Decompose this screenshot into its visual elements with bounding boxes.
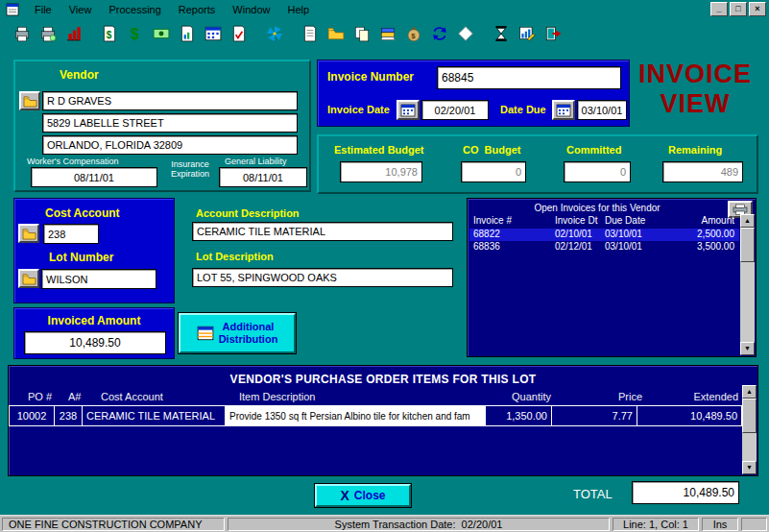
svg-text:$: $ <box>411 32 416 40</box>
general-liability-label: General Liability <box>225 157 287 166</box>
scroll-down-icon[interactable]: ▼ <box>742 461 757 474</box>
scroll-down-icon[interactable]: ▼ <box>740 342 755 355</box>
po-items-title: VENDOR'S PURCHASE ORDER ITEMS FOR THIS L… <box>9 373 757 386</box>
date-due-calendar-button[interactable] <box>552 100 575 120</box>
menu-reports[interactable]: Reports <box>170 2 225 17</box>
cell-due-date: 03/10/01 <box>605 241 642 252</box>
document-check-icon[interactable] <box>227 21 251 45</box>
column-po-number: PO # <box>28 391 52 402</box>
po-item-row[interactable]: 10002 238 CERAMIC TILE MATERIAL Provide … <box>10 405 742 426</box>
cost-account-field[interactable]: 238 <box>43 224 99 244</box>
minimize-button[interactable]: _ <box>710 2 728 16</box>
scroll-thumb[interactable] <box>740 228 755 262</box>
lot-description-label: Lot Description <box>196 251 274 262</box>
vendor-browse-button[interactable] <box>19 91 40 110</box>
invoice-number-field[interactable]: 68845 <box>437 66 621 89</box>
cost-account-browse-button[interactable] <box>18 224 39 243</box>
cost-account-panel: Cost Account 238 Lot Number WILSON <box>13 198 175 303</box>
status-resize-grip <box>741 518 767 531</box>
invoice-date-field[interactable]: 02/20/01 <box>421 100 489 120</box>
menu-window[interactable]: Window <box>224 2 278 17</box>
column-item-description: Item Description <box>239 391 315 402</box>
diamond-icon[interactable] <box>453 21 477 45</box>
lot-number-browse-button[interactable] <box>18 269 39 288</box>
document-icon[interactable] <box>298 21 322 45</box>
estimated-budget-label: Estimated Budget <box>334 144 424 156</box>
menu-view[interactable]: View <box>60 2 101 17</box>
menu-file[interactable]: File <box>26 2 60 17</box>
budget-report-icon[interactable] <box>175 21 199 45</box>
scroll-thumb[interactable] <box>742 399 757 433</box>
toolbar: $ $ $ <box>0 20 769 46</box>
system-menu-icon[interactable] <box>5 3 21 17</box>
dollar-icon[interactable]: $ <box>123 21 147 45</box>
folder-icon <box>22 228 36 240</box>
cell-price: 7.77 <box>551 405 637 426</box>
invoice-panel: Invoice Number 68845 Invoice Date 02/20/… <box>317 60 630 127</box>
page-title-line2: VIEW <box>630 89 760 119</box>
copy-icon[interactable] <box>349 21 373 45</box>
open-invoices-panel: Open Invoices for this Vendor Invoice # … <box>467 198 757 357</box>
vendor-name-field[interactable]: R D GRAVES <box>42 91 298 110</box>
invoiced-amount-field[interactable]: 10,489.50 <box>24 331 166 354</box>
window-controls: _ □ × <box>710 2 766 16</box>
money-icon[interactable] <box>149 21 173 45</box>
svg-text:$: $ <box>106 29 111 39</box>
open-invoice-row[interactable]: 68836 02/12/01 03/10/01 3,500.00 <box>469 241 739 254</box>
cell-invoice-number: 68822 <box>473 229 500 239</box>
open-invoices-scrollbar[interactable]: ▲ ▼ <box>740 214 755 355</box>
lot-description-field[interactable]: LOT 55, SPINGWOOD OAKS <box>192 268 453 287</box>
open-invoices-title: Open Invoices for this Vendor <box>468 203 727 213</box>
additional-distribution-label-line2: Distribution <box>219 333 278 346</box>
invoice-dollar-icon[interactable]: $ <box>97 21 121 45</box>
estimated-budget-field: 10,978 <box>340 161 422 182</box>
invoice-date-label: Invoice Date <box>327 104 390 115</box>
close-button-label: Close <box>354 489 386 502</box>
cell-due-date: 03/10/01 <box>605 229 642 239</box>
menu-processing[interactable]: Processing <box>100 2 169 17</box>
vendor-address2-field[interactable]: ORLANDO, FLORIDA 32809 <box>42 135 298 155</box>
cell-item-description[interactable]: Provide 1350 sq ft Persian Albino tile f… <box>225 405 486 426</box>
remaining-field: 489 <box>662 161 743 182</box>
po-items-scrollbar[interactable]: ▲ ▼ <box>742 385 757 474</box>
scroll-up-icon[interactable]: ▲ <box>742 385 757 399</box>
pinwheel-icon[interactable] <box>262 21 286 45</box>
menu-help[interactable]: Help <box>278 2 318 17</box>
committed-label: Committed <box>566 144 621 156</box>
scroll-up-icon[interactable]: ▲ <box>740 214 755 228</box>
invoice-date-calendar-button[interactable] <box>397 100 420 120</box>
cost-account-label: Cost Account <box>45 206 120 220</box>
general-liability-date-field[interactable]: 08/11/01 <box>219 167 307 187</box>
column-quantity: Quantity <box>460 391 551 402</box>
open-folder-icon[interactable] <box>324 21 348 45</box>
lot-number-field[interactable]: WILSON <box>41 269 156 289</box>
money-bag-icon[interactable]: $ <box>401 21 425 45</box>
column-due-date: Due Date <box>605 215 645 226</box>
additional-distribution-button[interactable]: Additional Distribution <box>179 313 296 353</box>
svg-text:$: $ <box>130 25 138 41</box>
calendar-icon <box>556 104 571 117</box>
workers-comp-date-field[interactable]: 08/11/01 <box>31 167 157 187</box>
date-due-field[interactable]: 03/10/01 <box>577 100 627 120</box>
cards-icon[interactable] <box>375 21 399 45</box>
exit-icon[interactable] <box>541 21 565 45</box>
invoiced-amount-label: Invoiced Amount <box>14 314 174 327</box>
graph-icon[interactable] <box>61 21 85 45</box>
account-description-field[interactable]: CERAMIC TILE MATERIAL <box>192 222 453 241</box>
refresh-icon[interactable] <box>427 21 451 45</box>
close-button[interactable]: X Close <box>315 484 411 507</box>
po-items-panel: VENDOR'S PURCHASE ORDER ITEMS FOR THIS L… <box>8 365 758 476</box>
calendar-icon[interactable] <box>201 21 225 45</box>
print-icon[interactable] <box>10 21 34 45</box>
cell-amount: 3,500.00 <box>697 241 734 252</box>
workers-comp-label: Worker's Compensation <box>27 157 119 166</box>
hourglass-icon[interactable] <box>489 21 513 45</box>
restore-button[interactable]: □ <box>730 2 747 16</box>
chart-edit-icon[interactable] <box>515 21 539 45</box>
column-amount: Amount <box>702 215 734 226</box>
cell-invoice-date: 02/10/01 <box>555 229 592 239</box>
close-window-button[interactable]: × <box>749 2 766 16</box>
vendor-address1-field[interactable]: 5829 LABELLE STREET <box>42 113 298 133</box>
open-invoice-row[interactable]: 68822 02/10/01 03/10/01 2,500.00 <box>469 229 739 241</box>
print-preview-icon[interactable] <box>36 21 60 45</box>
